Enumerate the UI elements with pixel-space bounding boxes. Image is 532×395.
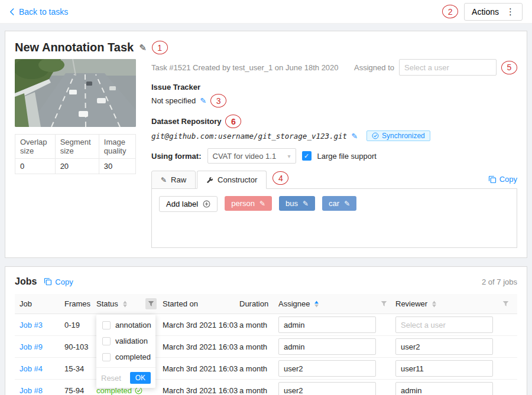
sort-assignee-icon[interactable] — [314, 301, 319, 308]
filter-reset-button[interactable]: Reset — [101, 374, 121, 383]
job-reviewer-input[interactable] — [395, 338, 493, 355]
label-tag-bus[interactable]: bus ✎ — [279, 196, 315, 211]
job-reviewer-input[interactable] — [395, 382, 493, 395]
filter-status-icon[interactable] — [145, 298, 157, 309]
col-frames: Frames — [64, 299, 96, 308]
actions-button[interactable]: Actions ⋮ — [464, 3, 523, 21]
col-status-label[interactable]: Status — [96, 299, 118, 308]
edit-label-icon[interactable]: ✎ — [259, 200, 265, 208]
jobs-header: Jobs Copy 2 of 7 jobs — [15, 276, 517, 287]
task-meta: Task #1521 Created by test_user_1 on Jun… — [151, 63, 339, 72]
col-job: Job — [15, 299, 64, 308]
assigned-to-group: Assigned to 5 — [354, 59, 517, 76]
jobs-card: Jobs Copy 2 of 7 jobs Job Frames Status … — [5, 266, 527, 395]
job-assignee-cell — [278, 338, 395, 355]
job-reviewer-input[interactable] — [395, 360, 493, 377]
label-tag-car[interactable]: car ✎ — [322, 196, 356, 211]
param-value-quality: 30 — [99, 159, 135, 174]
checkbox-unchecked[interactable] — [102, 337, 111, 345]
labels-tabs: ✎ Raw Constructor 4 Copy — [151, 171, 517, 189]
job-reviewer-cell — [395, 360, 517, 377]
table-row: Job #8 75-94 completed March 3rd 2021 16… — [15, 380, 517, 395]
edit-issue-tracker-icon[interactable]: ✎ — [200, 96, 206, 105]
label-tag-person[interactable]: person ✎ — [225, 196, 272, 211]
job-assignee-cell — [278, 382, 395, 395]
job-assignee-input[interactable] — [278, 316, 376, 333]
tab-raw[interactable]: ✎ Raw — [151, 171, 196, 189]
filter-option-validation[interactable]: validation — [96, 333, 155, 349]
labels-copy-label: Copy — [499, 175, 517, 184]
back-label: Back to tasks — [19, 7, 68, 17]
filter-ok-button[interactable]: OK — [130, 372, 151, 384]
edit-label-icon[interactable]: ✎ — [344, 200, 350, 208]
task-preview-image — [15, 59, 136, 127]
job-link[interactable]: Job #3 — [15, 321, 64, 329]
task-assignee-input[interactable] — [399, 59, 497, 76]
issue-tracker-value: Not specified — [151, 96, 196, 105]
edit-label-icon[interactable]: ✎ — [303, 200, 309, 208]
labels-copy-button[interactable]: Copy — [488, 175, 517, 188]
job-link[interactable]: Job #9 — [15, 342, 64, 351]
annotation-circle-4: 4 — [273, 171, 288, 185]
add-label-button[interactable]: Add label — [159, 196, 218, 212]
col-status: Status — [96, 298, 163, 309]
dataset-repository-line: git@github.com:username/git_storage_v123… — [151, 130, 517, 141]
sort-reviewer-icon[interactable] — [432, 301, 437, 308]
job-reviewer-cell — [395, 338, 517, 355]
job-assignee-input[interactable] — [278, 382, 376, 395]
filter-option-label: completed — [115, 352, 151, 361]
task-right-column: Task #1521 Created by test_user_1 on Jun… — [151, 59, 517, 248]
job-assignee-cell — [278, 360, 395, 377]
edit-title-icon[interactable]: ✎ — [139, 43, 147, 53]
tab-constructor-label: Constructor — [218, 175, 257, 184]
checkbox-unchecked[interactable] — [102, 321, 111, 329]
task-title: New Annotation Task — [15, 41, 134, 54]
job-link[interactable]: Job #8 — [15, 386, 64, 395]
filter-assignee-icon[interactable] — [378, 298, 390, 309]
jobs-copy-button[interactable]: Copy — [44, 278, 73, 286]
col-duration: Duration — [239, 299, 278, 308]
filter-option-completed[interactable]: completed — [96, 349, 155, 365]
caret-down-icon: ▾ — [287, 153, 290, 159]
large-file-checkbox[interactable]: ✓ — [302, 151, 312, 161]
sync-status-label: Synchronized — [382, 132, 425, 140]
back-to-tasks-link[interactable]: Back to tasks — [9, 7, 68, 17]
format-select-value: CVAT for video 1.1 — [213, 152, 277, 161]
status-filter-dropdown: annotation validation completed Reset OK — [96, 315, 155, 388]
job-reviewer-cell — [395, 382, 517, 395]
col-assignee-label[interactable]: Assignee — [278, 299, 310, 308]
jobs-count: 2 of 7 jobs — [482, 278, 517, 286]
check-circle-icon — [372, 132, 379, 139]
job-assignee-input[interactable] — [278, 338, 376, 355]
job-link[interactable]: Job #4 — [15, 364, 64, 373]
dataset-repository-label: Dataset Repository — [151, 117, 221, 126]
col-reviewer-label[interactable]: Reviewer — [395, 299, 427, 308]
job-reviewer-input[interactable] — [395, 316, 493, 333]
add-label-text: Add label — [166, 200, 198, 208]
job-reviewer-cell — [395, 316, 517, 333]
pencil-icon: ✎ — [161, 176, 167, 184]
annotation-circle-6: 6 — [225, 115, 241, 128]
sort-status-icon[interactable] — [122, 301, 128, 308]
job-duration: a month — [239, 342, 278, 351]
filter-footer: Reset OK — [96, 367, 155, 388]
table-row: Job #4 15-34 March 3rd 2021 16:03 a mont… — [15, 358, 517, 380]
tab-constructor[interactable]: Constructor — [197, 171, 267, 189]
edit-repository-icon[interactable]: ✎ — [351, 132, 358, 141]
filter-option-annotation[interactable]: annotation — [96, 317, 155, 333]
param-header-segment: Segment size — [55, 135, 99, 159]
more-vertical-icon: ⋮ — [506, 6, 515, 17]
filter-reviewer-icon[interactable] — [500, 298, 511, 309]
copy-icon — [44, 278, 52, 286]
filter-option-label: annotation — [115, 321, 151, 329]
format-select[interactable]: CVAT for video 1.1 ▾ — [207, 148, 296, 164]
checkbox-unchecked[interactable] — [102, 353, 111, 361]
jobs-title: Jobs — [15, 276, 37, 287]
dataset-repository-value: git@github.com:username/git_storage_v123… — [151, 132, 347, 141]
filter-options: annotation validation completed — [96, 315, 155, 367]
jobs-copy-label: Copy — [55, 278, 73, 286]
tab-raw-label: Raw — [171, 175, 186, 184]
col-started: Started on — [163, 299, 239, 308]
job-assignee-input[interactable] — [278, 360, 376, 377]
task-left-column: Overlap size Segment size Image quality … — [15, 59, 136, 248]
